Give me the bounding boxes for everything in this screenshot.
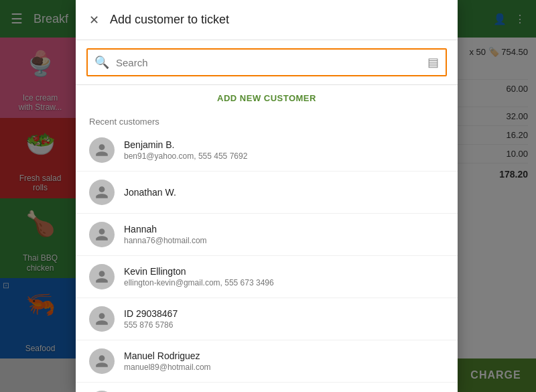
dialog-close-button[interactable]: ✕ — [89, 13, 99, 27]
customer-name-manuel: Manuel Rodriguez — [124, 350, 211, 361]
avatar-jonathan — [89, 180, 115, 205]
customer-info-benjamin: Benjamin B. ben91@yahoo.com, 555 455 769… — [124, 139, 247, 161]
dialog-search-section: 🔍 ▤ — [76, 40, 458, 85]
search-icon: 🔍 — [94, 55, 109, 70]
customer-name-jonathan: Jonathan W. — [124, 187, 176, 198]
customer-detail-kevin: ellington-kevin@gmail.com, 555 673 3496 — [124, 278, 274, 287]
customer-item-id29[interactable]: ID 29038467 555 876 5786 — [76, 298, 458, 340]
customer-list: Benjamin B. ben91@yahoo.com, 555 455 769… — [76, 129, 458, 392]
search-input[interactable] — [116, 57, 427, 68]
customer-name-hannah: Hannah — [124, 224, 207, 235]
dialog-header: ✕ Add customer to ticket — [76, 0, 458, 40]
avatar-id29 — [89, 306, 115, 332]
customer-detail-manuel: manuel89@hotmail.com — [124, 363, 211, 372]
customer-name-kevin: Kevin Ellington — [124, 266, 274, 277]
dialog-title: Add customer to ticket — [110, 13, 229, 27]
customer-info-jonathan: Jonathan W. — [124, 187, 176, 198]
customer-detail-hannah: hanna76@hotmail.com — [124, 236, 207, 245]
add-customer-dialog: ✕ Add customer to ticket 🔍 ▤ ADD NEW CUS… — [76, 0, 458, 392]
customer-item-jonathan[interactable]: Jonathan W. — [76, 172, 458, 214]
add-new-customer-button[interactable]: ADD NEW CUSTOMER — [76, 85, 458, 111]
customer-item-manuel[interactable]: Manuel Rodriguez manuel89@hotmail.com — [76, 340, 458, 383]
customer-info-id29: ID 29038467 555 876 5786 — [124, 308, 178, 330]
customer-info-hannah: Hannah hanna76@hotmail.com — [124, 224, 207, 245]
recent-customers-label: Recent customers — [76, 111, 458, 129]
add-new-customer-label: ADD NEW CUSTOMER — [217, 93, 316, 103]
customer-item-hannah[interactable]: Hannah hanna76@hotmail.com — [76, 214, 458, 256]
customer-detail-id29: 555 876 5786 — [124, 320, 178, 330]
customer-name-benjamin: Benjamin B. — [124, 139, 247, 150]
customer-item-kevin[interactable]: Kevin Ellington ellington-kevin@gmail.co… — [76, 256, 458, 298]
customer-item-benjamin[interactable]: Benjamin B. ben91@yahoo.com, 555 455 769… — [76, 129, 458, 172]
avatar-benjamin — [89, 137, 115, 163]
search-box: 🔍 ▤ — [86, 48, 447, 76]
customer-item-nora[interactable]: Nora Miller — [76, 383, 458, 392]
avatar-hannah — [89, 222, 115, 247]
customer-info-manuel: Manuel Rodriguez manuel89@hotmail.com — [124, 350, 211, 372]
customer-name-id29: ID 29038467 — [124, 308, 178, 319]
avatar-manuel — [89, 348, 115, 374]
barcode-icon[interactable]: ▤ — [427, 55, 439, 70]
customer-info-kevin: Kevin Ellington ellington-kevin@gmail.co… — [124, 266, 274, 287]
avatar-kevin — [89, 264, 115, 289]
customer-detail-benjamin: ben91@yahoo.com, 555 455 7692 — [124, 151, 247, 161]
